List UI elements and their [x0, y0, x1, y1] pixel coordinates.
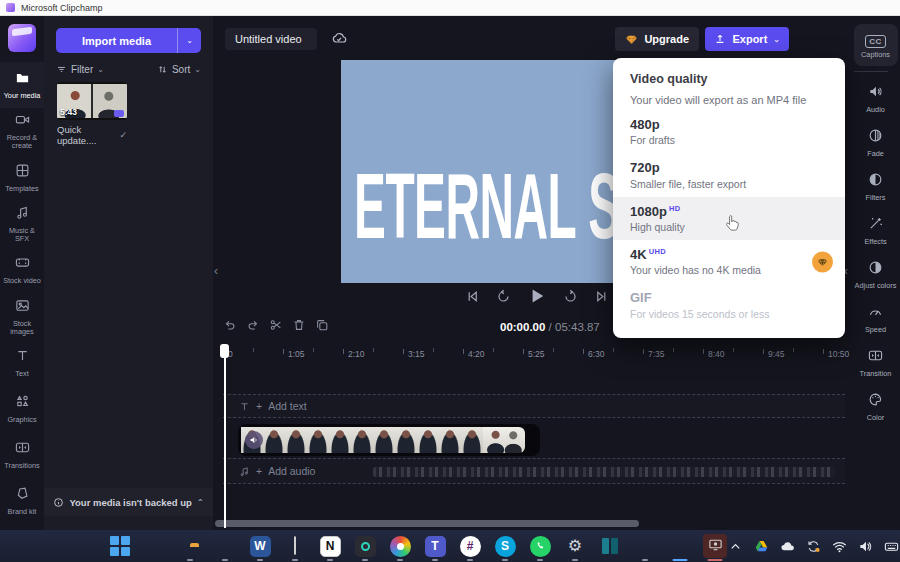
import-media-dropdown[interactable]: ⌄: [177, 28, 201, 53]
left-nav-record-create[interactable]: Record & create: [0, 108, 44, 155]
taskbar-virtual-desktops[interactable]: [598, 534, 622, 558]
audio-track[interactable]: + Add audio: [223, 458, 845, 484]
left-nav-icon: [15, 163, 30, 182]
media-clip-card[interactable]: 5:43 Quick update.... ✓: [57, 82, 127, 146]
chevron-down-icon: ⌄: [186, 36, 193, 45]
left-nav-templates[interactable]: Templates: [0, 155, 44, 201]
taskbar-start[interactable]: [108, 534, 132, 558]
left-nav-brand-kit[interactable]: Brand kit: [0, 478, 44, 524]
taskbar-clipchamp[interactable]: [668, 534, 692, 558]
export-button[interactable]: Export ⌄: [705, 27, 789, 51]
left-nav-stock-images[interactable]: Stock images: [0, 294, 44, 341]
window-title: Microsoft Clipchamp: [21, 3, 103, 13]
clipchamp-app-logo[interactable]: [8, 24, 36, 52]
properties-panel-transition[interactable]: Transition: [854, 342, 898, 384]
timeline-scrollbar[interactable]: [215, 520, 639, 527]
taskbar-word[interactable]: W: [248, 534, 272, 558]
playhead-handle[interactable]: [220, 344, 229, 358]
ruler-minor-tick: [373, 348, 374, 352]
cloud-saved-icon[interactable]: [331, 30, 347, 46]
duplicate-button[interactable]: [315, 318, 329, 336]
ruler-minor-tick: [733, 348, 734, 352]
collapse-left-handle[interactable]: ‹: [214, 264, 218, 278]
export-quality-option[interactable]: 1080pHD High quality: [613, 197, 845, 240]
onedrive-icon[interactable]: [779, 538, 796, 555]
left-nav-transitions[interactable]: Transitions: [0, 432, 44, 478]
timeline-toolbar: [223, 318, 329, 336]
ruler-minor-tick: [613, 348, 614, 352]
sort-button[interactable]: Sort ⌄: [157, 64, 201, 75]
left-nav-graphics[interactable]: Graphics: [0, 386, 44, 432]
ruler-minor-tick: [253, 348, 254, 352]
export-quality-option[interactable]: GIF For videos 15 seconds or less: [613, 283, 845, 326]
left-nav-stock-video[interactable]: Stock video: [0, 248, 44, 294]
ruler-tick: [403, 349, 404, 354]
properties-panel-icon: [868, 84, 883, 103]
delete-button[interactable]: [292, 318, 306, 336]
taskbar-notepad[interactable]: [283, 534, 307, 558]
taskbar-paint[interactable]: [388, 534, 412, 558]
properties-panel-captions[interactable]: CC Captions: [854, 24, 898, 66]
filmstrip-frame: [285, 427, 307, 453]
taskbar-teams[interactable]: T: [423, 534, 447, 558]
taskbar-chrome[interactable]: [633, 534, 657, 558]
undo-button[interactable]: [223, 318, 237, 336]
properties-panel-fade[interactable]: Fade: [854, 122, 898, 164]
upgrade-button[interactable]: Upgrade: [615, 27, 699, 51]
taskbar-skype[interactable]: S: [493, 534, 517, 558]
filter-button[interactable]: Filter ⌄: [56, 64, 104, 75]
taskbar-vscode[interactable]: [143, 534, 167, 558]
left-nav-your-media[interactable]: Your media: [0, 62, 44, 108]
keyboard-icon[interactable]: [883, 538, 900, 555]
plus-icon: +: [256, 465, 262, 477]
forward-button[interactable]: [563, 289, 578, 308]
media-clip-thumbnail[interactable]: 5:43: [57, 82, 127, 120]
left-nav-icon: [15, 394, 30, 413]
properties-panel-filters[interactable]: Filters: [854, 166, 898, 208]
import-media-button[interactable]: Import media ⌄: [56, 28, 201, 53]
taskbar-slack[interactable]: #: [458, 534, 482, 558]
skype-icon: S: [495, 536, 516, 557]
taskbar-settings[interactable]: ⚙: [563, 534, 587, 558]
left-nav-music-sfx[interactable]: Music & SFX: [0, 201, 44, 248]
properties-panel-speed[interactable]: Speed: [854, 298, 898, 340]
taskbar-notion[interactable]: N: [318, 534, 342, 558]
properties-panel-adjust-colors[interactable]: Adjust colors: [854, 254, 898, 296]
export-quality-option[interactable]: 480p For drafts: [613, 110, 845, 153]
taskbar-dev-app[interactable]: [353, 534, 377, 558]
volume-icon[interactable]: [857, 538, 874, 555]
backup-notice-bar[interactable]: Your media isn't backed up ⌃: [44, 488, 213, 516]
sync-icon[interactable]: [805, 538, 822, 555]
rewind-button[interactable]: [496, 289, 511, 308]
taskbar-screen-share[interactable]: [703, 534, 727, 558]
taskbar-brave-browser[interactable]: [213, 534, 237, 558]
text-track[interactable]: + Add text: [223, 394, 845, 418]
left-nav-text[interactable]: Text: [0, 340, 44, 386]
export-quality-option[interactable]: 4KUHD Your video has no 4K media: [613, 240, 845, 283]
playback-controls: [465, 286, 609, 310]
properties-panel-audio[interactable]: Audio: [854, 78, 898, 120]
skip-to-start-button[interactable]: [465, 289, 480, 308]
left-nav-icon: [15, 70, 30, 89]
redo-button[interactable]: [246, 318, 260, 336]
split-scissors-button[interactable]: [269, 318, 283, 336]
properties-panel-label: Filters: [866, 194, 886, 202]
google-drive-icon[interactable]: [753, 538, 770, 555]
hidden-icons-chevron[interactable]: [727, 538, 744, 555]
ruler-tick-label: 3:15: [408, 349, 425, 359]
properties-panel-effects[interactable]: Effects: [854, 210, 898, 252]
export-quality-option[interactable]: 720p Smaller file, faster export: [613, 153, 845, 196]
timeline-ruler[interactable]: 01:052:103:154:205:256:307:358:409:4510:…: [213, 346, 851, 364]
properties-panel-icon: [868, 260, 883, 279]
ruler-minor-tick: [313, 348, 314, 352]
play-button[interactable]: [527, 286, 547, 310]
properties-panel-icon: [868, 392, 883, 411]
taskbar-whatsapp[interactable]: [528, 534, 552, 558]
properties-panel-color[interactable]: Color: [854, 386, 898, 428]
quality-description: For drafts: [630, 134, 828, 146]
taskbar-file-explorer[interactable]: [178, 534, 202, 558]
video-clip-strip[interactable]: [238, 424, 540, 456]
wifi-icon[interactable]: [831, 538, 848, 555]
skip-to-end-button[interactable]: [594, 289, 609, 308]
project-title-field[interactable]: Untitled video: [225, 28, 317, 50]
